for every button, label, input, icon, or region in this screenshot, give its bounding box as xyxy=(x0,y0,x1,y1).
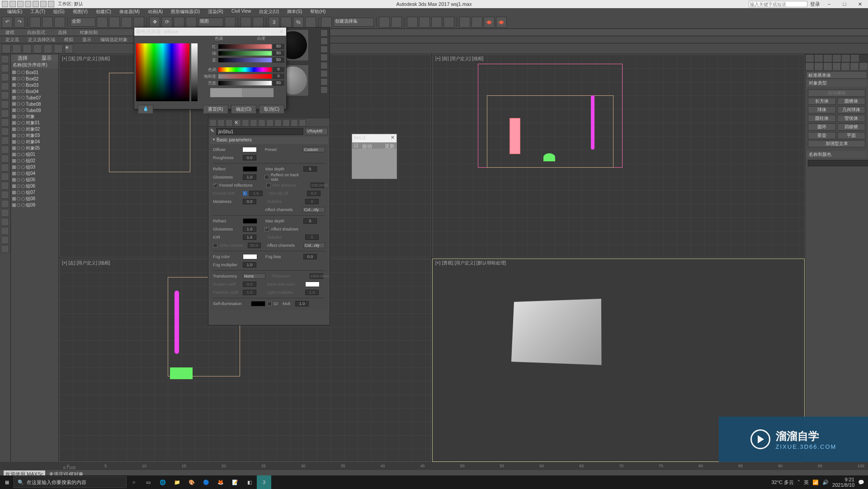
paint-icon[interactable]: 🎨 xyxy=(184,475,199,489)
reflect-swatch[interactable] xyxy=(243,166,257,172)
scene-item[interactable]: 组09 xyxy=(11,202,58,208)
mat-tool-icon[interactable] xyxy=(291,119,298,127)
scene-item[interactable]: Tube09 xyxy=(11,107,58,113)
tool-icon[interactable] xyxy=(1,82,9,90)
refcoord-dropdown[interactable]: 视图 xyxy=(198,18,223,27)
subtab-1[interactable]: 定义选择区域 xyxy=(26,36,57,43)
scene-item[interactable]: 组04 xyxy=(11,170,58,177)
window-crossing-icon[interactable] xyxy=(133,17,144,28)
tool-icon[interactable] xyxy=(1,118,9,127)
help-search[interactable] xyxy=(749,1,807,7)
notification-icon[interactable]: 💬 xyxy=(858,480,864,485)
scene-item[interactable]: Box01 xyxy=(11,69,58,75)
mat-tool-icon[interactable] xyxy=(321,62,328,69)
hue-field[interactable] xyxy=(136,43,189,101)
menu-rendering[interactable]: 渲染(R) xyxy=(204,8,227,15)
subtab-icon[interactable] xyxy=(850,62,859,71)
timeline[interactable]: 0510152025303540455055606570758085909510… xyxy=(0,462,868,470)
edge-icon[interactable]: 🌐 xyxy=(156,475,170,489)
subtab-0[interactable]: 定义流 xyxy=(4,36,21,43)
rollout-basic[interactable]: Basic parameters xyxy=(210,137,328,144)
scene-tab-select[interactable]: 选择 xyxy=(11,54,35,61)
rollout-objecttype[interactable]: 对象类型 xyxy=(806,80,867,87)
app-icon[interactable]: 🔵 xyxy=(199,475,213,489)
subtool-icon[interactable] xyxy=(43,44,52,53)
render-prod-icon[interactable]: 🫖 xyxy=(496,17,507,28)
qat-btn[interactable] xyxy=(33,1,39,7)
app-icon[interactable]: ◧ xyxy=(242,475,257,489)
mat-tool-icon[interactable] xyxy=(258,119,265,127)
mat-tool-icon[interactable] xyxy=(242,119,249,127)
explorer-icon[interactable]: 📁 xyxy=(170,475,184,489)
placement-icon[interactable] xyxy=(186,17,197,28)
boli-auto[interactable]: 自动 xyxy=(360,142,374,149)
affshadows-check[interactable] xyxy=(264,227,269,231)
weather-widget[interactable]: 32°C 多云 xyxy=(771,479,794,486)
enhanced-text-button[interactable]: 加强型文本 xyxy=(808,140,865,147)
subtab-icon[interactable] xyxy=(859,62,868,71)
tool-icon[interactable] xyxy=(1,91,9,99)
mat-tool-icon[interactable] xyxy=(321,70,328,77)
autogrid-check[interactable]: 自动栅格 xyxy=(808,89,865,97)
start-button[interactable]: ⊞ xyxy=(0,475,14,489)
mat-tool-icon[interactable] xyxy=(321,38,328,45)
close-icon[interactable]: ✕ xyxy=(278,29,284,35)
percent-snap-icon[interactable]: % xyxy=(293,17,304,28)
menu-tools[interactable]: 工具(T) xyxy=(27,8,49,15)
scene-item[interactable]: 组05 xyxy=(11,177,58,183)
tool-icon[interactable] xyxy=(1,236,9,244)
mat-tool-icon[interactable] xyxy=(321,46,328,53)
raffectch-dropdown[interactable]: Col...nly xyxy=(303,243,325,248)
val-slider[interactable] xyxy=(218,81,272,85)
redo-icon[interactable]: ↷ xyxy=(14,17,25,28)
primitive-button[interactable]: 四棱锥 xyxy=(837,123,865,131)
scene-item[interactable]: 组03 xyxy=(11,164,58,170)
fogmult-spinner[interactable]: 1.0 xyxy=(243,262,256,268)
tab-modeling[interactable]: 建模 xyxy=(4,29,16,36)
scene-item[interactable]: 组06 xyxy=(11,183,58,189)
tool-icon[interactable] xyxy=(1,245,9,253)
preset-dropdown[interactable]: Custom xyxy=(302,147,325,152)
red-value[interactable]: 50 xyxy=(273,44,284,49)
hue-slider[interactable] xyxy=(218,67,272,72)
tool-icon[interactable] xyxy=(1,73,9,81)
rmaxdepth-spinner[interactable]: 5 xyxy=(303,218,317,224)
scene-item[interactable]: 对象 xyxy=(11,113,58,120)
select-icon[interactable] xyxy=(97,17,108,28)
mat-tool-icon[interactable]: ✕ xyxy=(234,119,241,127)
tool-icon[interactable] xyxy=(1,109,9,118)
primitive-dropdown[interactable]: 标准基本体 xyxy=(806,71,867,79)
red-slider[interactable] xyxy=(218,44,272,49)
layer-icon[interactable] xyxy=(407,17,418,28)
green-value[interactable]: 50 xyxy=(273,51,284,56)
scene-item[interactable]: 组08 xyxy=(11,196,58,202)
blue-value[interactable]: 50 xyxy=(273,57,284,63)
named-sel-icon[interactable] xyxy=(321,17,332,28)
scene-item[interactable]: 对象02 xyxy=(11,126,58,132)
undo-icon[interactable]: ↶ xyxy=(2,17,13,28)
menu-edit[interactable]: 编辑(E) xyxy=(4,8,26,15)
tool-icon[interactable] xyxy=(1,100,9,108)
tray-sound-icon[interactable]: 🔊 xyxy=(822,480,829,485)
qat-btn[interactable] xyxy=(17,1,24,7)
tab-freeform[interactable]: 自由形式 xyxy=(25,29,47,36)
clock-date[interactable]: 2021/8/10 xyxy=(832,482,854,488)
mat-tool-icon[interactable] xyxy=(266,119,274,127)
select-region-icon[interactable] xyxy=(121,17,132,28)
scene-item[interactable]: 组02 xyxy=(11,158,58,164)
qat-btn[interactable] xyxy=(9,1,16,7)
qat-btn[interactable] xyxy=(48,1,54,7)
tool-icon[interactable] xyxy=(1,155,9,163)
abbe-check[interactable] xyxy=(213,243,217,248)
subtab-icon[interactable] xyxy=(832,62,841,71)
diffuse-swatch[interactable] xyxy=(242,147,257,152)
scene-item[interactable]: Tube08 xyxy=(11,101,58,107)
material-type-button[interactable]: VRayMtl xyxy=(305,128,328,135)
close-button[interactable]: ✕ xyxy=(854,1,866,7)
scale-icon[interactable] xyxy=(174,17,184,28)
angle-snap-icon[interactable] xyxy=(281,17,292,28)
reset-button[interactable]: 重置(R) xyxy=(203,105,228,114)
menu-civilview[interactable]: Civil View xyxy=(228,8,255,15)
tab-display-icon[interactable] xyxy=(841,54,850,62)
tab-objectpaint[interactable]: 对象绘制 xyxy=(78,29,99,36)
